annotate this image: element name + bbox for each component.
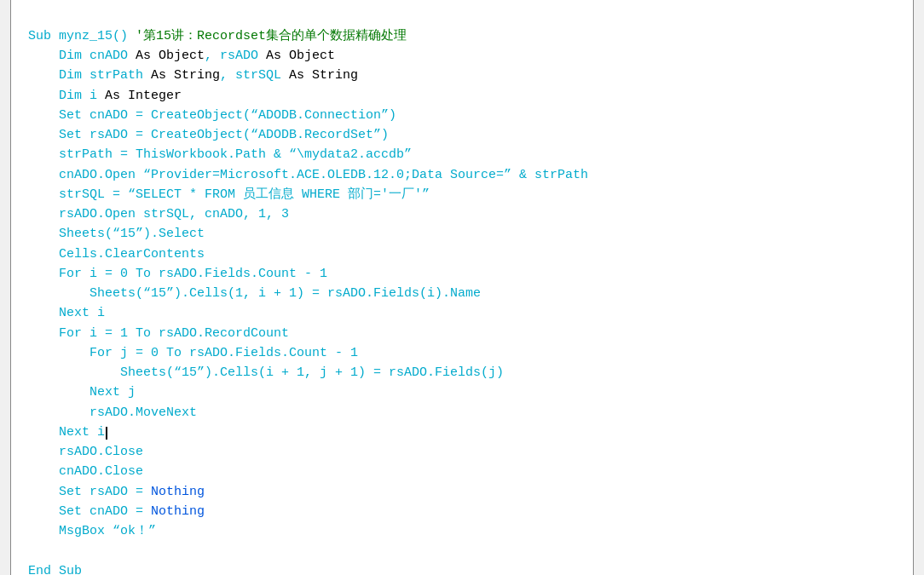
code-token: Nothing <box>151 485 205 499</box>
code-line: Set rsADO = Nothing <box>28 482 896 502</box>
code-line: cnADO.Close <box>28 462 896 481</box>
code-token: As Integer <box>105 89 182 103</box>
code-line: Sub mynz_15() '第15讲：Recordset集合的单个数据精确处理 <box>28 26 896 46</box>
code-token: Set cnADO = CreateObject(“ADODB.Connecti… <box>28 108 396 123</box>
code-token: rsADO.Open strSQL, cnADO, 1, 3 <box>28 207 289 221</box>
code-line: Set cnADO = CreateObject(“ADODB.Connecti… <box>28 106 896 125</box>
code-token: Sheets(“15”).Select <box>28 227 205 241</box>
code-line: rsADO.Close <box>28 442 896 462</box>
code-token: As Object <box>136 49 205 63</box>
code-line: strSQL = “SELECT * FROM 员工信息 WHERE 部门='一… <box>28 185 896 204</box>
code-line: strPath = ThisWorkbook.Path & “\mydata2.… <box>28 145 896 164</box>
code-line: Next i <box>28 423 896 442</box>
code-line: Set rsADO = CreateObject(“ADODB.RecordSe… <box>28 125 896 145</box>
code-token: For i = 0 To rsADO.Fields.Count - 1 <box>28 267 327 281</box>
code-line: MsgBox “ok！” <box>28 521 896 541</box>
code-token: , rsADO <box>205 49 266 63</box>
code-token: Dim strPath <box>28 68 151 83</box>
code-line: Cells.ClearContents <box>28 244 896 264</box>
code-content: Sub mynz_15() '第15讲：Recordset集合的单个数据精确处理… <box>11 0 913 575</box>
code-token: strSQL = “SELECT * FROM 员工信息 WHERE 部门='一… <box>28 187 430 202</box>
code-line: Dim strPath As String, strSQL As String <box>28 66 896 85</box>
code-token: cnADO.Close <box>28 464 143 479</box>
code-token: MsgBox “ok！” <box>28 524 156 538</box>
code-line: For i = 0 To rsADO.Fields.Count - 1 <box>28 264 896 284</box>
code-token: For i = 1 To rsADO.RecordCount <box>28 326 289 341</box>
code-token: Next i <box>28 425 105 440</box>
text-cursor <box>106 427 107 440</box>
code-token: cnADO.Open “Provider=Microsoft.ACE.OLEDB… <box>28 168 588 182</box>
code-token: Dim i <box>28 89 105 103</box>
code-line: Sheets(“15”).Select <box>28 224 896 244</box>
code-line: Dim i As Integer <box>28 86 896 106</box>
code-line <box>28 541 896 561</box>
code-token: For j = 0 To rsADO.Fields.Count - 1 <box>28 346 358 360</box>
code-token: Set cnADO = <box>28 504 151 519</box>
code-line: For i = 1 To rsADO.RecordCount <box>28 324 896 343</box>
code-editor: Sub mynz_15() '第15讲：Recordset集合的单个数据精确处理… <box>10 0 914 575</box>
code-token: Sheets(“15”).Cells(i + 1, j + 1) = rsADO… <box>28 365 504 380</box>
code-token: Next j <box>28 385 136 400</box>
code-token: Dim cnADO <box>28 49 136 63</box>
code-token: rsADO.Close <box>28 445 143 459</box>
code-token: Set rsADO = <box>28 485 151 499</box>
code-line: Next j <box>28 382 896 402</box>
code-token: Set rsADO = CreateObject(“ADODB.RecordSe… <box>28 128 389 142</box>
code-token: '第15讲：Recordset集合的单个数据精确处理 <box>136 29 407 43</box>
code-token: Next i <box>28 306 105 320</box>
code-token: , strSQL <box>220 68 289 83</box>
code-line: Next i <box>28 303 896 323</box>
code-line: For j = 0 To rsADO.Fields.Count - 1 <box>28 343 896 363</box>
code-line: Dim cnADO As Object, rsADO As Object <box>28 46 896 66</box>
code-line: rsADO.Open strSQL, cnADO, 1, 3 <box>28 204 896 224</box>
code-token: As String <box>289 68 358 83</box>
code-token: Cells.ClearContents <box>28 247 205 262</box>
code-line: rsADO.MoveNext <box>28 403 896 423</box>
code-token: strPath = ThisWorkbook.Path & “\mydata2.… <box>28 147 412 162</box>
code-token: Sub mynz_15() <box>28 29 136 43</box>
code-line: Set cnADO = Nothing <box>28 502 896 521</box>
code-token: As Object <box>266 49 335 63</box>
code-token: As String <box>151 68 220 83</box>
code-token: Sheets(“15”).Cells(1, i + 1) = rsADO.Fie… <box>28 286 481 301</box>
code-line: Sheets(“15”).Cells(1, i + 1) = rsADO.Fie… <box>28 284 896 303</box>
code-token: Nothing <box>151 504 205 519</box>
code-line: cnADO.Open “Provider=Microsoft.ACE.OLEDB… <box>28 165 896 185</box>
code-line: End Sub <box>28 561 896 576</box>
code-token: End Sub <box>28 564 82 576</box>
code-token: rsADO.MoveNext <box>28 405 197 420</box>
code-line: Sheets(“15”).Cells(i + 1, j + 1) = rsADO… <box>28 363 896 382</box>
